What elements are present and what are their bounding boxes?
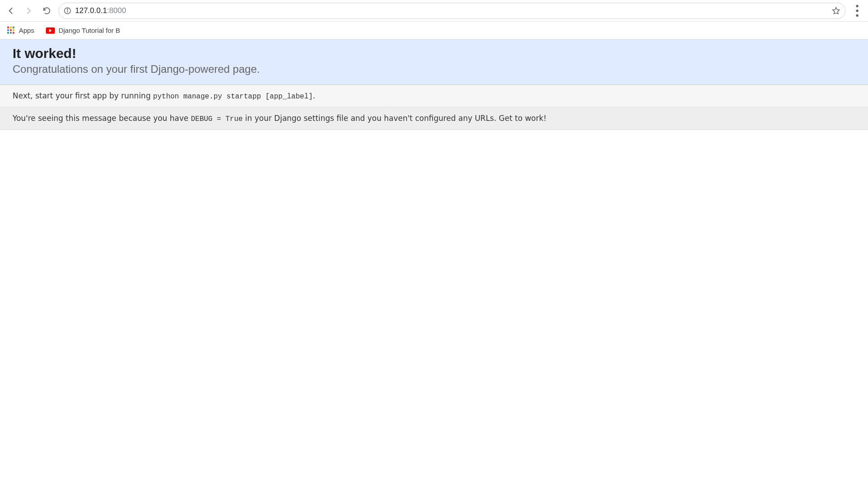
url-host: 127.0.0.1 <box>75 6 107 15</box>
arrow-right-icon <box>24 6 33 15</box>
explanation-section: You're seeing this message because you h… <box>0 107 868 130</box>
back-button[interactable] <box>3 3 19 19</box>
site-info-icon[interactable] <box>63 7 72 15</box>
instructions-section: Next, start your first app by running py… <box>0 85 868 107</box>
youtube-icon <box>46 27 55 34</box>
svg-point-4 <box>856 9 858 12</box>
page-content: It worked! Congratulations on your first… <box>0 40 868 130</box>
explanation-text: You're seeing this message because you h… <box>13 114 855 123</box>
url-port: :8000 <box>107 6 126 15</box>
instructions-text: Next, start your first app by running py… <box>13 91 855 101</box>
bookmark-apps[interactable]: Apps <box>4 25 37 36</box>
instructions-prefix: Next, start your first app by running <box>13 91 153 100</box>
explanation-suffix: in your Django settings file and you hav… <box>243 114 547 123</box>
explanation-code: DEBUG = True <box>191 115 242 123</box>
browser-menu-button[interactable] <box>849 3 865 19</box>
reload-button[interactable] <box>39 3 55 19</box>
instructions-code: python manage.py startapp [app_label] <box>153 93 313 101</box>
browser-toolbar: 127.0.0.1:8000 <box>0 0 868 22</box>
reload-icon <box>42 6 51 15</box>
svg-point-5 <box>856 14 858 16</box>
apps-grid-icon <box>7 27 15 35</box>
forward-button[interactable] <box>21 3 37 19</box>
page-subtitle: Congratulations on your first Django-pow… <box>13 63 855 76</box>
explanation-prefix: You're seeing this message because you h… <box>13 114 191 123</box>
bookmark-star-icon[interactable] <box>832 6 841 15</box>
kebab-menu-icon <box>849 3 865 19</box>
bookmark-django-tutorial[interactable]: Django Tutorial for B <box>43 25 123 36</box>
arrow-left-icon <box>6 6 15 15</box>
svg-point-3 <box>856 4 858 7</box>
instructions-suffix: . <box>313 91 315 100</box>
bookmark-django-label: Django Tutorial for B <box>58 27 120 34</box>
summary-banner: It worked! Congratulations on your first… <box>0 40 868 85</box>
bookmarks-bar: Apps Django Tutorial for B <box>0 22 868 40</box>
page-title: It worked! <box>13 46 855 61</box>
address-bar[interactable]: 127.0.0.1:8000 <box>58 3 846 19</box>
bookmark-apps-label: Apps <box>19 27 34 34</box>
url-text: 127.0.0.1:8000 <box>75 6 126 15</box>
svg-point-2 <box>67 9 67 9</box>
